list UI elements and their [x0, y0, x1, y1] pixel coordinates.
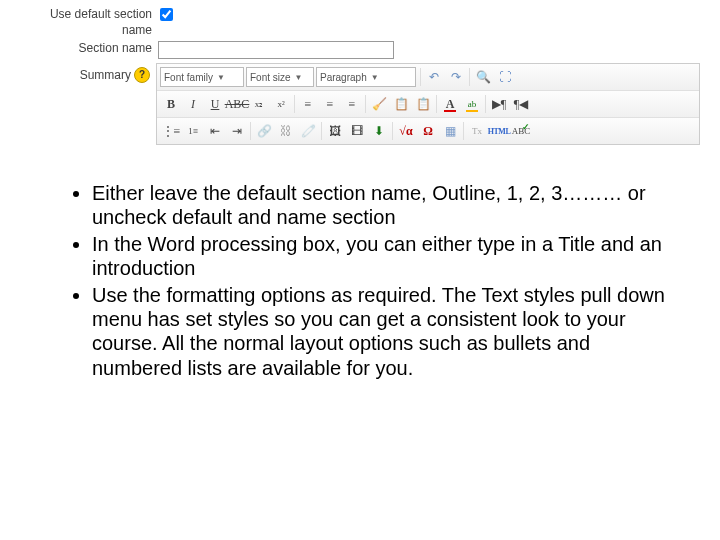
redo-button[interactable]: ↷ — [445, 66, 467, 88]
toolbar-separator — [436, 95, 437, 113]
clipboard-icon: 📋 — [394, 97, 409, 112]
anchor-icon: 🧷 — [301, 124, 316, 139]
table-button[interactable]: ▦ — [439, 120, 461, 142]
use-default-section-label: Use default section name — [20, 6, 158, 38]
link-icon: 🔗 — [257, 124, 272, 139]
editor-toolbar-row-1: Font family▼ Font size▼ Paragraph▼ ↶ ↷ 🔍… — [157, 64, 699, 91]
align-left-icon: ≡ — [305, 97, 312, 112]
subscript-button[interactable]: x₂ — [248, 93, 270, 115]
undo-icon: ↶ — [429, 70, 439, 85]
underline-icon: U — [211, 97, 220, 112]
instruction-item: In the Word processing box, you can eith… — [92, 232, 684, 281]
file-icon: ⬇ — [374, 124, 384, 139]
section-name-input[interactable] — [158, 41, 394, 59]
media-icon: 🎞 — [351, 124, 363, 139]
ordered-list-button[interactable]: 1≡ — [182, 120, 204, 142]
highlight-icon: ab — [468, 99, 477, 109]
find-button[interactable]: 🔍 — [472, 66, 494, 88]
bold-icon: B — [167, 97, 175, 112]
indent-icon: ⇥ — [232, 124, 242, 139]
section-name-label: Section name — [20, 40, 158, 56]
background-color-button[interactable]: ab — [461, 93, 483, 115]
align-left-button[interactable]: ≡ — [297, 93, 319, 115]
paste-word-button[interactable]: 📋 — [390, 93, 412, 115]
rtl-icon: ¶◀ — [514, 97, 528, 112]
paragraph-format-select[interactable]: Paragraph▼ — [316, 67, 416, 87]
unlink-icon: ⛓ — [280, 124, 292, 139]
undo-button[interactable]: ↶ — [423, 66, 445, 88]
unlink-button[interactable]: ⛓ — [275, 120, 297, 142]
strike-icon: ABC — [225, 97, 250, 112]
summary-label: Summary — [80, 67, 131, 83]
insert-media-button[interactable]: 🎞 — [346, 120, 368, 142]
outdent-icon: ⇤ — [210, 124, 220, 139]
paste-text-button[interactable]: 📋 — [412, 93, 434, 115]
font-size-select[interactable]: Font size▼ — [246, 67, 314, 87]
toolbar-separator — [250, 122, 251, 140]
font-family-select[interactable]: Font family▼ — [160, 67, 244, 87]
ltr-button[interactable]: ▶¶ — [488, 93, 510, 115]
superscript-button[interactable]: x² — [270, 93, 292, 115]
symbol-button[interactable]: Ω — [417, 120, 439, 142]
instruction-item: Either leave the default section name, O… — [92, 181, 684, 230]
bold-button[interactable]: B — [160, 93, 182, 115]
help-icon[interactable]: ? — [134, 67, 150, 83]
fullscreen-button[interactable]: ⛶ — [494, 66, 516, 88]
eraser-icon: Tx — [472, 126, 482, 136]
rich-text-editor: Font family▼ Font size▼ Paragraph▼ ↶ ↷ 🔍… — [156, 63, 700, 145]
image-icon: 🖼 — [329, 124, 341, 139]
fullscreen-icon: ⛶ — [499, 70, 511, 85]
toolbar-separator — [365, 95, 366, 113]
strikethrough-button[interactable]: ABC — [226, 93, 248, 115]
html-icon: HTML — [488, 127, 510, 136]
redo-icon: ↷ — [451, 70, 461, 85]
insert-file-button[interactable]: ⬇ — [368, 120, 390, 142]
underline-button[interactable]: U — [204, 93, 226, 115]
clean-code-button[interactable]: 🧹 — [368, 93, 390, 115]
instructions-block: Either leave the default section name, O… — [36, 181, 684, 380]
indent-button[interactable]: ⇥ — [226, 120, 248, 142]
toolbar-separator — [469, 68, 470, 86]
anchor-button[interactable]: 🧷 — [297, 120, 319, 142]
clipboard-text-icon: 📋 — [416, 97, 431, 112]
sigma-icon: Ω — [423, 124, 433, 139]
unordered-list-button[interactable]: ⋮≡ — [160, 120, 182, 142]
align-right-button[interactable]: ≡ — [341, 93, 363, 115]
link-button[interactable]: 🔗 — [253, 120, 275, 142]
outdent-button[interactable]: ⇤ — [204, 120, 226, 142]
html-source-button[interactable]: HTML — [488, 120, 510, 142]
toolbar-separator — [392, 122, 393, 140]
toolbar-separator — [463, 122, 464, 140]
toolbar-separator — [321, 122, 322, 140]
search-icon: 🔍 — [476, 70, 491, 85]
spellcheck-button[interactable]: ABC✓ — [510, 120, 532, 142]
subscript-icon: x₂ — [255, 99, 264, 109]
broom-icon: 🧹 — [372, 97, 387, 112]
editor-toolbar-row-2: B I U ABC x₂ x² ≡ ≡ ≡ 🧹 📋 📋 A ab — [157, 91, 699, 118]
toolbar-separator — [294, 95, 295, 113]
align-right-icon: ≡ — [349, 97, 356, 112]
ul-icon: ⋮≡ — [162, 124, 181, 139]
toolbar-separator — [485, 95, 486, 113]
italic-icon: I — [191, 97, 195, 112]
section-settings-form: Use default section name Section name Su… — [0, 0, 700, 145]
rtl-button[interactable]: ¶◀ — [510, 93, 532, 115]
superscript-icon: x² — [277, 99, 284, 109]
ltr-icon: ▶¶ — [492, 97, 506, 112]
ol-icon: 1≡ — [188, 126, 198, 136]
table-icon: ▦ — [445, 124, 456, 139]
align-center-button[interactable]: ≡ — [319, 93, 341, 115]
remove-format-button[interactable]: Tx — [466, 120, 488, 142]
editor-toolbar-row-3: ⋮≡ 1≡ ⇤ ⇥ 🔗 ⛓ 🧷 🖼 🎞 ⬇ √α Ω ▦ — [157, 118, 699, 144]
equation-button[interactable]: √α — [395, 120, 417, 142]
align-center-icon: ≡ — [327, 97, 334, 112]
use-default-section-checkbox[interactable] — [160, 8, 173, 21]
insert-image-button[interactable]: 🖼 — [324, 120, 346, 142]
instruction-item: Use the formatting options as required. … — [92, 283, 684, 381]
italic-button[interactable]: I — [182, 93, 204, 115]
sqrt-icon: √α — [399, 124, 412, 139]
text-color-button[interactable]: A — [439, 93, 461, 115]
toolbar-separator — [420, 68, 421, 86]
